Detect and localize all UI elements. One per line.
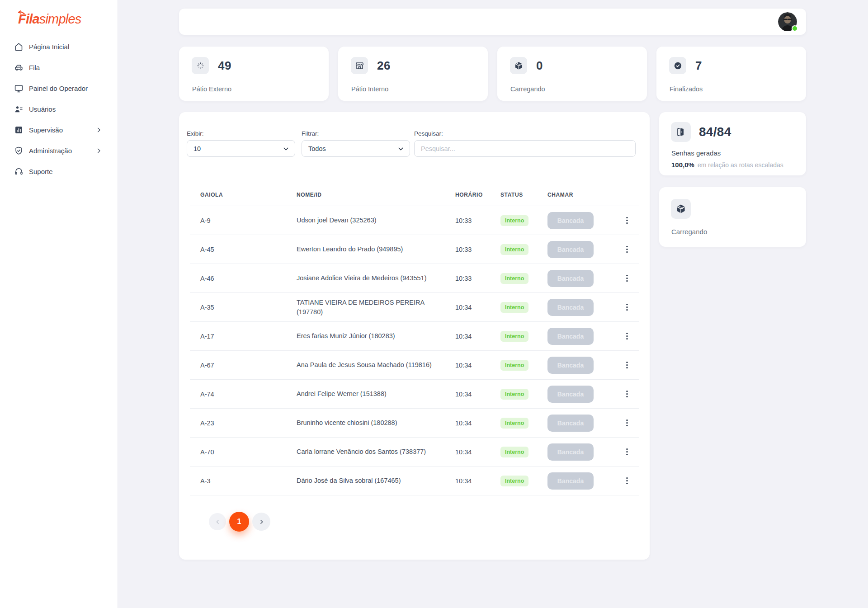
stats-row: 49 Pátio Externo 26 Pátio Interno 0 Carr… xyxy=(179,47,806,101)
pagination-prev-button[interactable] xyxy=(209,513,226,530)
user-avatar[interactable] xyxy=(778,12,797,31)
row-menu-kebab-icon[interactable] xyxy=(623,273,632,284)
filtrar-select[interactable]: Todos xyxy=(302,140,410,157)
pagination-page-1[interactable]: 1 xyxy=(229,512,249,532)
senhas-percent-note: em relação as rotas escaladas xyxy=(698,161,783,169)
table-row: A-23 Bruninho vicente chiosini (180288) … xyxy=(190,409,639,438)
stat-value: 49 xyxy=(218,57,231,74)
chamar-bancada-button[interactable]: Bancada xyxy=(547,386,594,403)
stat-value: 7 xyxy=(695,57,702,74)
chevron-right-icon xyxy=(259,519,264,525)
row-menu-kebab-icon[interactable] xyxy=(623,244,632,255)
stat-card: 7 Finalizados xyxy=(656,47,806,101)
status-badge: Interno xyxy=(500,476,528,486)
table-row: A-74 Andrei Felipe Werner (151388) 10:34… xyxy=(190,380,639,409)
pagination-next-button[interactable] xyxy=(252,513,270,531)
chamar-bancada-button[interactable]: Bancada xyxy=(547,299,594,316)
sidebar-nav: Página Inicial Fila Painel do Operador U… xyxy=(0,36,118,182)
table-row: A-35 TATIANE VIEIRA DE MEDEIROS PEREIRA … xyxy=(190,293,639,322)
sidebar-item-suporte[interactable]: Suporte xyxy=(0,161,118,182)
senhas-percent: 100,0% xyxy=(671,161,694,169)
chamar-bancada-button[interactable]: Bancada xyxy=(547,328,594,345)
car-icon xyxy=(14,62,24,72)
sidebar-item-painel-do-operador[interactable]: Painel do Operador xyxy=(0,78,118,99)
chamar-bancada-button[interactable]: Bancada xyxy=(547,241,594,258)
row-menu-kebab-icon[interactable] xyxy=(623,389,632,400)
users-icon xyxy=(14,104,24,114)
senhas-value: 84/84 xyxy=(699,122,731,142)
chamar-bancada-button[interactable]: Bancada xyxy=(547,270,594,287)
sidebar-item-administracao[interactable]: Administração xyxy=(0,140,118,161)
status-badge: Interno xyxy=(500,244,528,255)
row-menu-kebab-icon[interactable] xyxy=(623,215,632,226)
sidebar-item-supervisao[interactable]: Supervisão xyxy=(0,119,118,140)
sidebar-item-pagina-inicial[interactable]: Página Inicial xyxy=(0,36,118,57)
table-body: A-9 Udson joel Devan (325263) 10:33 Inte… xyxy=(190,206,639,495)
chevron-right-icon xyxy=(95,127,102,133)
status-badge: Interno xyxy=(500,215,528,226)
pesquisar-filter-group: Pesquisar: xyxy=(414,130,636,157)
row-menu-kebab-icon[interactable] xyxy=(623,447,632,457)
carregando-label: Carregando xyxy=(671,228,707,236)
brand-logo[interactable]: Filasimples xyxy=(18,12,81,27)
check-circle-icon xyxy=(669,57,686,74)
sidebar-item-usuarios[interactable]: Usuários xyxy=(0,99,118,119)
stat-card: 49 Pátio Externo xyxy=(179,47,329,101)
status-badge: Interno xyxy=(500,360,528,371)
door-icon xyxy=(671,122,691,142)
table-row: A-67 Ana Paula de Jesus Sousa Machado (1… xyxy=(190,351,639,380)
sidebar-item-fila[interactable]: Fila xyxy=(0,57,118,78)
chamar-bancada-button[interactable]: Bancada xyxy=(547,415,594,432)
stat-label: Pátio Interno xyxy=(351,85,388,93)
brand-name-light: simples xyxy=(39,12,81,26)
row-menu-kebab-icon[interactable] xyxy=(623,476,632,486)
col-chamar: CHAMAR xyxy=(547,192,623,198)
filtrar-filter-group: Filtrar: Todos xyxy=(302,130,410,157)
queue-table: GAIOLA NOME/ID HORÁRIO STATUS CHAMAR A-9… xyxy=(190,184,639,495)
status-badge: Interno xyxy=(500,389,528,400)
table-row: A-3 Dário José da Silva sobral (167465) … xyxy=(190,467,639,495)
stat-card: 26 Pátio Interno xyxy=(338,47,488,101)
chamar-bancada-button[interactable]: Bancada xyxy=(547,357,594,374)
chart-icon xyxy=(14,125,24,135)
table-row: A-9 Udson joel Devan (325263) 10:33 Inte… xyxy=(190,206,639,235)
col-status: STATUS xyxy=(500,192,547,198)
status-badge: Interno xyxy=(500,273,528,284)
exibir-filter-group: Exibir: 10 xyxy=(187,130,295,157)
status-badge: Interno xyxy=(500,447,528,457)
loader-icon xyxy=(192,57,209,74)
chevron-down-icon xyxy=(282,145,290,153)
chamar-bancada-button[interactable]: Bancada xyxy=(547,472,594,490)
exibir-label: Exibir: xyxy=(187,130,295,137)
senhas-geradas-card: 84/84 Senhas geradas 100,0%em relação as… xyxy=(659,112,806,175)
logo-arrow-icon xyxy=(17,10,25,15)
stat-label: Finalizados xyxy=(670,85,703,93)
stat-value: 0 xyxy=(536,57,543,74)
table-row: A-17 Eres farias Muniz Júnior (180283) 1… xyxy=(190,322,639,351)
queue-panel: Exibir: 10 Filtrar: Todos Pesquisar: GAI… xyxy=(179,112,650,560)
headset-icon xyxy=(14,166,24,176)
carregando-card: Carregando xyxy=(659,187,806,247)
monitor-icon xyxy=(14,83,24,93)
chamar-bancada-button[interactable]: Bancada xyxy=(547,212,594,229)
exibir-select[interactable]: 10 xyxy=(187,140,295,157)
table-row: A-45 Ewerton Leandro do Prado (949895) 1… xyxy=(190,235,639,264)
chevron-right-icon xyxy=(95,147,102,154)
stat-card: 0 Carregando xyxy=(497,47,647,101)
table-header-row: GAIOLA NOME/ID HORÁRIO STATUS CHAMAR xyxy=(190,184,639,206)
status-badge: Interno xyxy=(500,418,528,429)
row-menu-kebab-icon[interactable] xyxy=(623,331,632,342)
row-menu-kebab-icon[interactable] xyxy=(623,360,632,371)
package-icon xyxy=(510,57,527,74)
search-input[interactable] xyxy=(414,140,636,157)
col-nome: NOME/ID xyxy=(297,192,455,198)
stat-label: Pátio Externo xyxy=(192,85,231,93)
table-row: A-46 Josiane Adolice Vieira de Medeiros … xyxy=(190,264,639,293)
chamar-bancada-button[interactable]: Bancada xyxy=(547,443,594,461)
row-menu-kebab-icon[interactable] xyxy=(623,302,632,313)
senhas-label: Senhas geradas xyxy=(671,149,721,157)
table-row: A-70 Carla lorrane Venâncio dos Santos (… xyxy=(190,438,639,467)
stat-label: Carregando xyxy=(510,85,545,93)
chevron-left-icon xyxy=(215,519,221,525)
row-menu-kebab-icon[interactable] xyxy=(623,418,632,429)
